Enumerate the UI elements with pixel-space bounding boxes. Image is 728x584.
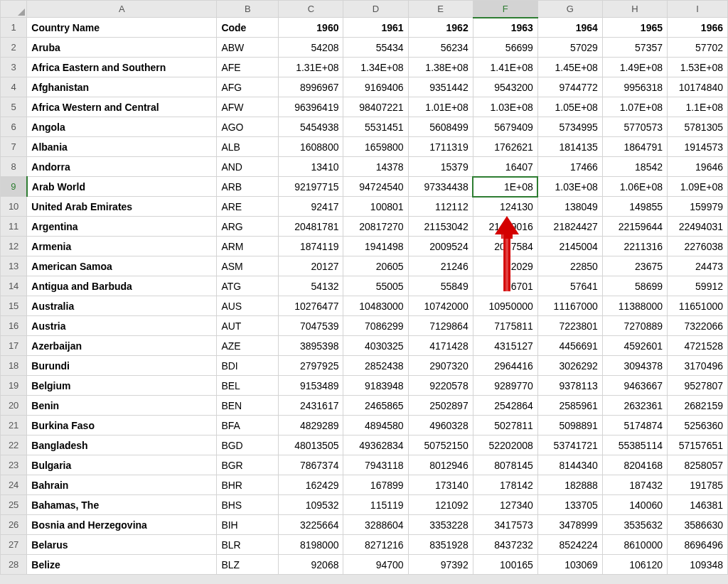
row-header[interactable]: 19 xyxy=(1,376,27,396)
cell[interactable]: 57702 xyxy=(668,38,728,58)
cell[interactable]: 1.05E+08 xyxy=(537,97,602,117)
cell[interactable]: Bulgaria xyxy=(27,455,217,475)
row-header[interactable]: 26 xyxy=(1,515,27,535)
cell[interactable]: 22029 xyxy=(473,256,537,276)
cell[interactable]: 5454938 xyxy=(279,117,343,137)
cell[interactable]: AFW xyxy=(217,97,279,117)
cell[interactable]: AFG xyxy=(217,77,279,97)
cell[interactable]: 10483000 xyxy=(343,296,408,316)
row-header[interactable]: 24 xyxy=(1,475,27,495)
cell[interactable]: 1E+08 xyxy=(473,177,537,197)
cell[interactable]: 9183948 xyxy=(343,376,408,396)
cell[interactable]: 146381 xyxy=(668,495,728,515)
row-header[interactable]: 23 xyxy=(1,455,27,475)
cell[interactable]: 8198000 xyxy=(279,535,343,555)
cell[interactable]: Belgium xyxy=(27,376,217,396)
cell[interactable]: Belize xyxy=(27,555,217,575)
row-header[interactable]: 1 xyxy=(1,18,27,38)
cell[interactable]: 2009524 xyxy=(408,237,473,256)
cell[interactable]: 138049 xyxy=(537,197,602,217)
cell[interactable]: 21153042 xyxy=(408,217,473,237)
cell[interactable]: BFA xyxy=(217,416,279,436)
cell[interactable]: 4960328 xyxy=(408,416,473,436)
cell[interactable]: 9153489 xyxy=(279,376,343,396)
row-header[interactable]: 14 xyxy=(1,276,27,296)
cell[interactable]: 7322066 xyxy=(668,316,728,336)
row-header[interactable]: 3 xyxy=(1,58,27,77)
col-header-E[interactable]: E xyxy=(408,1,473,18)
cell[interactable]: 124130 xyxy=(473,197,537,217)
cell[interactable]: 56234 xyxy=(408,38,473,58)
cell[interactable]: 3094378 xyxy=(602,356,667,376)
row-header[interactable]: 6 xyxy=(1,117,27,137)
cell[interactable]: ARE xyxy=(217,197,279,217)
cell[interactable]: 4829289 xyxy=(279,416,343,436)
cell[interactable]: 97392 xyxy=(408,555,473,575)
cell[interactable]: 8437232 xyxy=(473,535,537,555)
cell[interactable]: 1.38E+08 xyxy=(408,58,473,77)
cell[interactable]: 173140 xyxy=(408,475,473,495)
cell[interactable]: 106120 xyxy=(602,555,667,575)
cell[interactable]: 7047539 xyxy=(279,316,343,336)
cell[interactable]: 22850 xyxy=(537,256,602,276)
cell[interactable]: Argentina xyxy=(27,217,217,237)
cell[interactable]: 2907320 xyxy=(408,356,473,376)
cell[interactable]: 17466 xyxy=(537,157,602,177)
cell[interactable]: BHR xyxy=(217,475,279,495)
cell[interactable]: 162429 xyxy=(279,475,343,495)
cell[interactable]: BLR xyxy=(217,535,279,555)
cell[interactable]: 8271216 xyxy=(343,535,408,555)
cell[interactable]: 48013505 xyxy=(279,436,343,455)
cell[interactable]: 121092 xyxy=(408,495,473,515)
cell[interactable]: 127340 xyxy=(473,495,537,515)
cell[interactable]: 5608499 xyxy=(408,117,473,137)
cell[interactable]: Benin xyxy=(27,396,217,416)
cell[interactable]: 20817270 xyxy=(343,217,408,237)
cell[interactable]: AGO xyxy=(217,117,279,137)
col-header-F[interactable]: F xyxy=(473,1,537,18)
cell[interactable]: 4456691 xyxy=(537,336,602,356)
cell[interactable]: 22494031 xyxy=(668,217,728,237)
col-header-I[interactable]: I xyxy=(668,1,728,18)
cell[interactable]: 2852438 xyxy=(343,356,408,376)
cell[interactable]: 1.45E+08 xyxy=(537,58,602,77)
cell[interactable]: 1.06E+08 xyxy=(602,177,667,197)
cell[interactable]: 92197715 xyxy=(279,177,343,197)
cell[interactable]: 21824427 xyxy=(537,217,602,237)
cell[interactable]: 1.41E+08 xyxy=(473,58,537,77)
cell[interactable]: 55434 xyxy=(343,38,408,58)
cell[interactable]: 109348 xyxy=(668,555,728,575)
row-header[interactable]: 16 xyxy=(1,316,27,336)
cell[interactable]: 1941498 xyxy=(343,237,408,256)
cell[interactable]: 2682159 xyxy=(668,396,728,416)
cell[interactable]: Azerbaijan xyxy=(27,336,217,356)
cell[interactable]: 1.53E+08 xyxy=(668,58,728,77)
cell[interactable]: 20605 xyxy=(343,256,408,276)
cell[interactable]: AZE xyxy=(217,336,279,356)
cell[interactable]: 20481781 xyxy=(279,217,343,237)
col-header-A[interactable]: A xyxy=(27,1,217,18)
cell[interactable]: 10950000 xyxy=(473,296,537,316)
cell[interactable]: Arab World xyxy=(27,177,217,197)
cell[interactable]: 1962 xyxy=(408,18,473,38)
cell[interactable]: 10276477 xyxy=(279,296,343,316)
cell[interactable]: 2145004 xyxy=(537,237,602,256)
cell[interactable]: 5098891 xyxy=(537,416,602,436)
cell[interactable]: 97334438 xyxy=(408,177,473,197)
cell[interactable]: 92068 xyxy=(279,555,343,575)
cell[interactable]: 55849 xyxy=(408,276,473,296)
cell[interactable]: 4592601 xyxy=(602,336,667,356)
cell[interactable]: 1.31E+08 xyxy=(279,58,343,77)
cell[interactable]: 1762621 xyxy=(473,137,537,157)
cell[interactable]: 1864791 xyxy=(602,137,667,157)
cell[interactable]: Bahrain xyxy=(27,475,217,495)
cell[interactable]: 4315127 xyxy=(473,336,537,356)
cell[interactable]: 1914573 xyxy=(668,137,728,157)
cell[interactable]: 191785 xyxy=(668,475,728,495)
cell[interactable]: 9289770 xyxy=(473,376,537,396)
cell[interactable]: 53741721 xyxy=(537,436,602,455)
cell[interactable]: 1961 xyxy=(343,18,408,38)
row-header[interactable]: 10 xyxy=(1,197,27,217)
cell[interactable]: 2211316 xyxy=(602,237,667,256)
cell[interactable]: 140060 xyxy=(602,495,667,515)
